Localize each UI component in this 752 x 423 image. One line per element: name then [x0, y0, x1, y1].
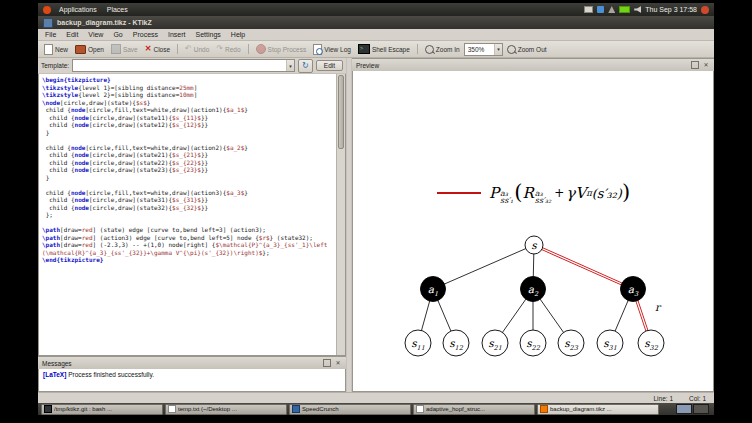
reward-label: r	[655, 301, 662, 313]
volume-indicator-icon[interactable]	[634, 6, 641, 13]
ubuntu-logo-icon[interactable]	[43, 6, 51, 14]
menu-edit[interactable]: Edit	[61, 31, 83, 38]
menu-settings[interactable]: Settings	[191, 31, 226, 38]
editor-pane: Template: ▾ ↻ Edit \begin{tikzpicture}\t…	[38, 58, 346, 392]
menu-insert[interactable]: Insert	[163, 31, 191, 38]
power-indicator-icon[interactable]	[701, 6, 709, 14]
zoom-out-icon	[507, 45, 516, 54]
redo-arrow-icon: ↷	[216, 45, 223, 53]
statusbar-col: Col: 1	[689, 395, 706, 402]
svg-text:s: s	[531, 239, 537, 251]
shell-escape-button[interactable]: > Shell Escape	[355, 43, 413, 55]
menu-file[interactable]: File	[40, 31, 61, 38]
dock-float-icon[interactable]	[323, 359, 331, 367]
leaf-state-node: s11	[405, 330, 431, 356]
chevron-down-icon: ▾	[494, 44, 502, 55]
view-log-icon	[313, 44, 322, 55]
panel-clock[interactable]: Thu Sep 3 17:58	[645, 6, 697, 13]
window-title: backup_diagram.tikz - KTikZ	[57, 19, 152, 26]
menu-go[interactable]: Go	[108, 31, 127, 38]
zoom-out-button[interactable]: Zoom Out	[504, 44, 550, 55]
zoom-level-value: 350%	[468, 46, 491, 53]
bluetooth-indicator-icon[interactable]	[597, 6, 604, 13]
calculator-icon	[292, 405, 300, 413]
battery-indicator-icon[interactable]	[619, 6, 630, 13]
chevron-down-icon: ▾	[286, 60, 294, 71]
window-titlebar[interactable]: backup_diagram.tikz - KTikZ	[38, 16, 714, 29]
taskbar: /tmp/ktikz.git : bash ... temp.txt (~/De…	[38, 403, 714, 415]
undo-button: ↶ Undo	[182, 44, 212, 54]
taskbar-item-ktikz[interactable]: backup_diagram.tikz ...	[537, 404, 659, 415]
toolbar-separator	[248, 44, 249, 54]
taskbar-item-terminal[interactable]: /tmp/ktikz.git : bash ...	[41, 404, 163, 415]
zoom-in-icon	[425, 45, 434, 54]
new-button[interactable]: New	[41, 43, 71, 56]
zoom-in-button[interactable]: Zoom In	[422, 44, 463, 55]
terminal-icon	[44, 405, 52, 413]
view-log-button[interactable]: View Log	[310, 43, 354, 56]
message-badge: [LaTeX]	[43, 371, 66, 378]
save-disk-icon	[111, 44, 121, 54]
close-button[interactable]: ✕ Close	[142, 44, 173, 54]
leaf-state-node: s32	[638, 330, 664, 356]
leaf-state-node: s22	[520, 330, 546, 356]
action-node: a2	[521, 277, 546, 302]
menu-view[interactable]: View	[83, 31, 108, 38]
toolbar-separator	[417, 44, 418, 54]
root-state-node: s	[525, 236, 543, 254]
taskbar-item-speedcrunch[interactable]: SpeedCrunch	[289, 404, 411, 415]
main-area: Template: ▾ ↻ Edit \begin{tikzpicture}\t…	[38, 58, 714, 392]
leaf-state-node: s21	[482, 330, 508, 356]
panel-menu-places[interactable]: Places	[105, 6, 130, 13]
open-folder-icon	[75, 45, 86, 54]
template-label: Template:	[41, 62, 69, 69]
menubar: File Edit View Go Process Insert Setting…	[38, 29, 714, 41]
system-tray: Thu Sep 3 17:58	[584, 6, 709, 14]
stop-process-button: Stop Process	[253, 43, 310, 55]
dock-close-icon[interactable]: ✕	[702, 61, 710, 69]
network-indicator-icon[interactable]	[608, 6, 615, 13]
action-node: a3	[621, 277, 646, 302]
terminal-icon: >	[358, 44, 370, 54]
new-file-icon	[44, 44, 53, 55]
stop-icon	[256, 44, 266, 54]
backup-diagram: s a1 a2 a3 r	[353, 71, 714, 392]
taskbar-item-textfile[interactable]: temp.txt (~/Desktop ...	[165, 404, 287, 415]
message-text: Process finished successfully.	[68, 371, 154, 378]
messages-title: Messages	[42, 360, 72, 367]
toolbar-separator	[177, 44, 178, 54]
preview-title: Preview	[356, 62, 379, 69]
open-button[interactable]: Open	[72, 44, 107, 55]
template-row: Template: ▾ ↻ Edit	[38, 58, 346, 74]
workspace-2[interactable]	[693, 404, 709, 414]
leaf-state-node: s31	[597, 330, 623, 356]
dock-float-icon[interactable]	[691, 61, 699, 69]
scrollbar-thumb[interactable]	[338, 75, 344, 149]
panel-menu-applications[interactable]: Applications	[57, 6, 99, 13]
menu-help[interactable]: Help	[226, 31, 250, 38]
workspace-switcher	[676, 404, 711, 414]
messages-dock-header: Messages ✕	[38, 356, 346, 369]
code-editor[interactable]: \begin{tikzpicture}\tikzstyle{level 1}=[…	[38, 74, 346, 356]
edit-template-button[interactable]: Edit	[316, 60, 343, 71]
document-icon	[416, 405, 424, 413]
save-button: Save	[108, 43, 141, 55]
taskbar-item-document[interactable]: adaptive_hopf_struc...	[413, 404, 535, 415]
menu-process[interactable]: Process	[128, 31, 163, 38]
dock-close-icon[interactable]: ✕	[334, 359, 342, 367]
mail-indicator-icon[interactable]	[584, 6, 593, 13]
template-combobox[interactable]: ▾	[72, 59, 295, 72]
action-node: a1	[421, 277, 446, 302]
statusbar: Line: 1 Col: 1	[38, 392, 714, 403]
preview-canvas: P a₃ss′₁ ( R a₃ss′₃₂ + γV π (s′₃₂) )	[352, 71, 714, 392]
preview-pane: Preview ✕ P a₃ss′₁ ( R a₃ss′₃₂	[352, 58, 714, 392]
editor-scrollbar[interactable]	[336, 74, 345, 355]
workspace-1[interactable]	[676, 404, 692, 414]
top-panel: Applications Places Thu Sep 3 17:58	[38, 3, 714, 16]
code-area[interactable]: \begin{tikzpicture}\tikzstyle{level 1}=[…	[39, 74, 336, 355]
tikz-document-icon	[540, 405, 548, 413]
desktop: Applications Places Thu Sep 3 17:58 back…	[38, 3, 714, 415]
reload-template-button[interactable]: ↻	[298, 59, 313, 73]
redo-button: ↷ Redo	[213, 44, 243, 54]
zoom-level-combobox[interactable]: 350% ▾	[464, 43, 503, 56]
